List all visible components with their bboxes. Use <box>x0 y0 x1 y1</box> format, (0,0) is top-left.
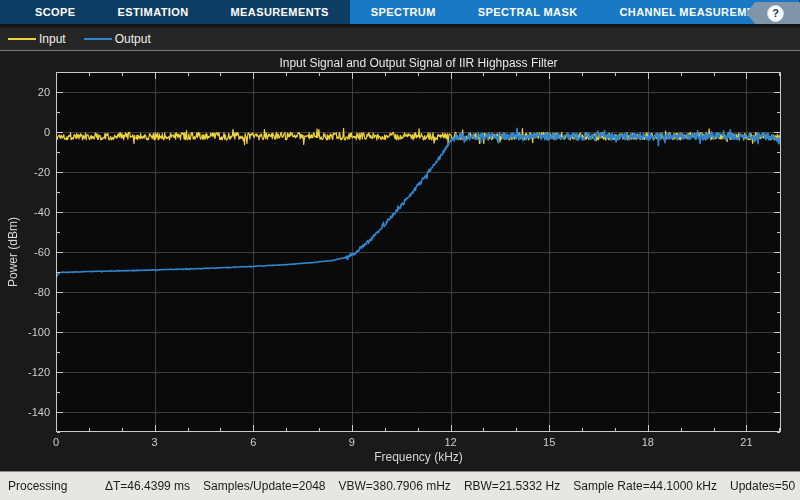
x-axis-label: Frequency (kHz) <box>56 450 781 464</box>
legend-label-output: Output <box>115 32 151 46</box>
legend-item-input[interactable]: Input <box>8 32 66 46</box>
tab-scope[interactable]: SCOPE <box>14 0 97 24</box>
status-metric-rbw: RBW=21.5332 Hz <box>464 479 560 493</box>
status-metric-sample-rate: Sample Rate=44.1000 kHz <box>573 479 717 493</box>
status-state: Processing <box>8 479 105 493</box>
input-line-swatch <box>8 38 36 40</box>
y-axis-label: Power (dBm) <box>6 212 20 292</box>
active-tab-group: SPECTRUM SPECTRAL MASK CHANNEL MEASUREME… <box>350 0 799 24</box>
tab-spectral-mask[interactable]: SPECTRAL MASK <box>457 0 599 24</box>
status-metric-delta-t: ΔT=46.4399 ms <box>105 479 190 493</box>
status-bar: Processing ΔT=46.4399 ms Samples/Update=… <box>0 471 800 500</box>
chart-title: Input Signal and Output Signal of IIR Hi… <box>56 56 781 71</box>
collapse-arrow-icon[interactable]: ? <box>746 2 800 24</box>
tab-measurements[interactable]: MEASUREMENTS <box>210 0 350 24</box>
toolstrip-tabbar: SCOPE ESTIMATION MEASUREMENTS SPECTRUM S… <box>0 0 800 26</box>
status-metric-updates: Updates=50 <box>730 479 795 493</box>
tab-estimation[interactable]: ESTIMATION <box>97 0 210 24</box>
legend-label-input: Input <box>39 32 66 46</box>
chart-panel: Input Signal and Output Signal of IIR Hi… <box>0 52 800 470</box>
legend-bar: Input Output <box>0 28 800 51</box>
legend-item-output[interactable]: Output <box>84 32 151 46</box>
status-metric-samples-per-update: Samples/Update=2048 <box>203 479 325 493</box>
help-icon[interactable]: ? <box>767 5 784 22</box>
status-metric-vbw: VBW=380.7906 mHz <box>338 479 450 493</box>
tabbar-left-pad <box>0 0 14 24</box>
output-line-swatch <box>84 38 112 40</box>
spectrum-plot-canvas[interactable] <box>0 52 800 470</box>
tab-spectrum[interactable]: SPECTRUM <box>350 0 457 24</box>
